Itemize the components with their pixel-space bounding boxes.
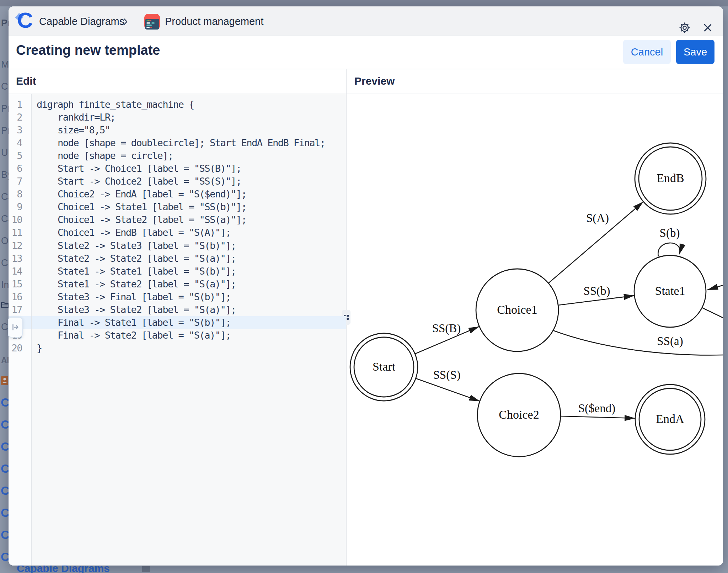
code-text: Choice2 -> EndA [label = "S($end)"]; [31,189,246,200]
background-text-fragment: In [1,280,9,291]
code-line[interactable]: 20} [9,342,346,355]
template-editor-modal: C Capable Diagrams [9,6,723,566]
line-number: 9 [9,201,31,212]
page-title: Creating new template [16,43,160,58]
code-text: Choice1 -> State1 [label = "SS(b)"]; [31,201,246,212]
diagram-node-Start: Start [350,333,418,401]
edge-label: SS(a) [657,335,683,348]
line-number: 12 [9,240,31,251]
code-line[interactable]: 4 node [shape = doublecircle]; Start End… [9,136,346,149]
code-line[interactable]: 19 Final -> State2 [label = "S(a)"]; [9,329,346,342]
person-icon [1,376,9,387]
line-number: 7 [9,176,31,187]
breadcrumb-page-name[interactable]: Product management [165,6,263,36]
expand-panel-button[interactable] [8,317,23,338]
diagram-node-Choice2: Choice2 [477,373,561,457]
code-line[interactable]: 6 Start -> Choice1 [label = "SS(B)"]; [9,162,346,175]
code-line[interactable]: 9 Choice1 -> State1 [label = "SS(b)"]; [9,201,346,213]
edge-label: SS(B) [432,322,461,335]
code-line[interactable]: 8 Choice2 -> EndA [label = "S($end)"]; [9,188,346,201]
breadcrumb-app-name[interactable]: Capable Diagrams [39,6,124,36]
background-logo-icon: C [1,440,10,453]
line-number: 5 [9,150,31,161]
line-number: 15 [9,278,31,290]
diagram-edge-Start-Choice2: SS(S) [416,368,480,401]
close-icon [702,22,713,33]
code-line[interactable]: 7 Start -> Choice2 [label = "SS(S)"]; [9,175,346,188]
save-button[interactable]: Save [676,40,714,64]
code-line[interactable]: 13 State2 -> State2 [label = "S(a)"]; [9,252,346,265]
background-logo-icon: C [1,506,10,520]
node-label: Choice1 [497,303,537,316]
diagram-edge-Choice1-State2: SS(a) [552,330,723,355]
line-number: 13 [9,253,31,264]
code-editor[interactable]: 1digraph finite_state_machine {2 rankdir… [9,94,346,566]
code-text: rankdir=LR; [31,112,115,123]
diagram-preview: SS(B)SS(S)S($end)SS(b)SS(a)S(A)S(b)EndBS… [347,94,723,566]
preview-panel-header: Preview [354,75,395,87]
diagram-edge-Choice1-State1: SS(b) [558,285,635,305]
code-line[interactable]: 14 State1 -> State1 [label = "S(b)"]; [9,265,346,277]
code-text: State2 -> State2 [label = "S(a)"]; [31,253,236,264]
expand-panel-icon [11,323,20,332]
code-line[interactable]: 15 State1 -> State2 [label = "S(a)"]; [9,277,346,290]
diagram-edge-Start-Choice1: SS(B) [415,322,479,354]
code-line[interactable]: 3 size="8,5" [9,123,346,136]
code-text: Final -> State2 [label = "S(a)"]; [31,330,231,341]
diagram-edge-Final-State1 [707,285,723,290]
code-line[interactable]: 10 Choice1 -> State2 [label = "SS(a)"]; [9,213,346,226]
code-text: digraph finite_state_machine { [31,99,194,110]
code-text: node [shape = doublecircle]; Start EndA … [31,137,325,148]
background-scrollbar-fragment [142,566,150,572]
code-text: State3 -> Final [label = "S(b)"]; [31,291,231,302]
code-line[interactable]: 12 State2 -> State3 [label = "S(b)"]; [9,239,346,252]
edge-label: S($end) [578,402,615,415]
code-line[interactable]: 2 rankdir=LR; [9,111,346,123]
code-line[interactable]: 11 Choice1 -> EndB [label = "S(A)"]; [9,226,346,239]
code-line[interactable]: 18 Final -> State1 [label = "S(b)"]; [9,316,346,329]
background-logo-icon: C [1,550,10,564]
code-line[interactable]: 16 State3 -> Final [label = "S(b)"]; [9,290,346,303]
gutter-divider [31,94,32,566]
code-text: Choice1 -> EndB [label = "S(A)"]; [31,227,231,238]
line-number: 6 [9,163,31,174]
background-logo-icon: C [1,484,10,498]
line-number: 3 [9,124,31,136]
code-text: State1 -> State2 [label = "S(a)"]; [31,278,236,290]
node-label: EndA [656,412,684,425]
divider [9,69,723,69]
code-text: State3 -> State2 [label = "S(a)"]; [31,304,236,315]
close-button[interactable] [701,21,714,34]
diagram-node-Choice1: Choice1 [476,269,558,351]
screen: PrMClPrPrUlByCaCaOClInCrAPCCCCCCCC Capab… [0,0,728,573]
line-number: 4 [9,137,31,148]
code-line[interactable]: 5 node [shape = circle]; [9,149,346,162]
code-text: Choice1 -> State2 [label = "SS(a)"]; [31,214,246,225]
code-text: Final -> State1 [label = "S(b)"]; [31,317,231,328]
node-label: Start [373,360,396,373]
background-logo-icon: C [1,396,10,409]
code-text: State1 -> State1 [label = "S(b)"]; [31,266,236,277]
edge-label: S(b) [660,227,680,240]
breadcrumb: C Capable Diagrams [9,6,723,36]
code-text: State2 -> State3 [label = "S(b)"]; [31,240,236,251]
code-line[interactable]: 1digraph finite_state_machine { [9,98,346,111]
line-number: 11 [9,227,31,238]
diagram-edge-State1-State1: S(b) [658,227,680,256]
diagram-node-EndA: EndA [635,384,705,454]
cancel-button[interactable]: Cancel [623,40,671,64]
background-logo-icon: C [1,418,10,431]
folder-icon [1,301,9,310]
settings-button[interactable] [678,21,691,34]
capable-diagrams-logo: C [16,11,34,31]
diagram-node-State1: State1 [634,255,706,327]
diagram-edge-State1-State2 [702,308,723,318]
code-text: Start -> Choice1 [label = "SS(B)"]; [31,163,241,174]
diagram-edge-Choice1-EndB: S(A) [548,202,643,283]
node-label: EndB [657,171,684,185]
node-label: State1 [655,284,685,297]
diagram-node-EndB: EndB [635,143,706,214]
diagram-edge-Choice2-EndA: S($end) [561,402,635,418]
code-lines: 1digraph finite_state_machine {2 rankdir… [9,98,346,355]
code-line[interactable]: 17 State3 -> State2 [label = "S(a)"]; [9,303,346,316]
